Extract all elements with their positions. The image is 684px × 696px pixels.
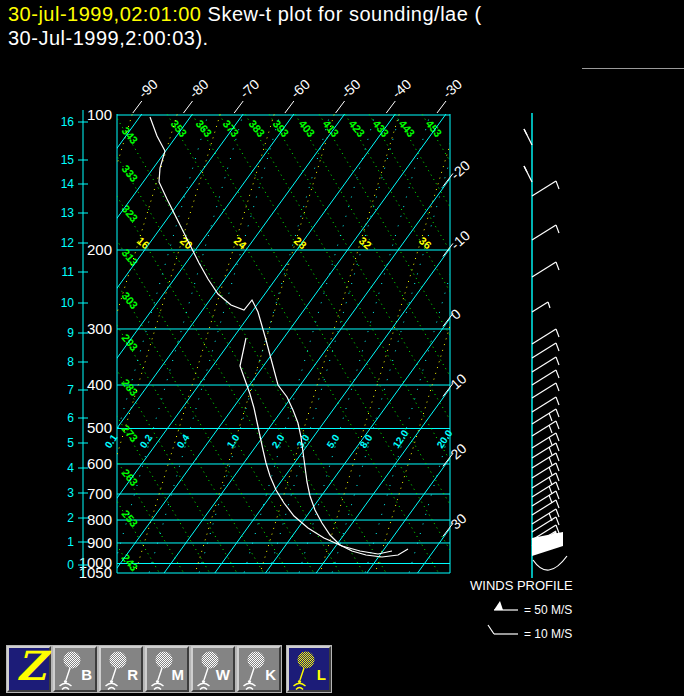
svg-text:1.0: 1.0 [225, 432, 242, 450]
temperature-trace [150, 117, 408, 557]
svg-text:1050: 1050 [79, 564, 112, 581]
pressure-grid [117, 114, 450, 573]
svg-text:-90: -90 [135, 76, 161, 102]
svg-text:393: 393 [270, 118, 291, 140]
svg-text:-20: -20 [447, 157, 473, 183]
svg-text:443: 443 [396, 118, 417, 140]
toolbar-button-w[interactable]: W [191, 646, 235, 692]
svg-text:-30: -30 [439, 76, 465, 102]
svg-text:15: 15 [61, 153, 75, 167]
svg-text:36: 36 [417, 234, 434, 251]
svg-text:353: 353 [168, 118, 189, 140]
svg-text:20: 20 [447, 440, 469, 462]
wind-barbs [524, 129, 567, 570]
toolbar-button-label: K [265, 666, 276, 683]
toolbar-button-label: R [127, 666, 138, 683]
svg-text:8: 8 [67, 355, 74, 369]
toolbar-button-r[interactable]: R [99, 646, 143, 692]
svg-text:363: 363 [193, 118, 214, 140]
svg-text:413: 413 [320, 118, 341, 140]
svg-text:403: 403 [296, 118, 317, 140]
svg-text:5.0: 5.0 [325, 432, 342, 450]
sounding-balloon-icon [292, 650, 318, 692]
svg-text:383: 383 [246, 118, 267, 140]
toolbar-button-label: L [317, 666, 326, 683]
svg-text:600: 600 [87, 455, 112, 472]
moist-adiabat-labels: 162024283236 [135, 234, 434, 252]
svg-text:-70: -70 [237, 76, 263, 102]
svg-text:0: 0 [67, 558, 74, 572]
svg-text:13: 13 [61, 206, 75, 220]
sounding-balloon-icon [104, 650, 130, 692]
svg-text:12: 12 [61, 236, 75, 250]
svg-text:433: 433 [370, 118, 391, 140]
svg-text:10: 10 [447, 370, 469, 392]
toolbar-button-m[interactable]: M [145, 646, 189, 692]
toolbar-button-l[interactable]: L [287, 646, 331, 692]
svg-text:32: 32 [357, 234, 374, 251]
isotherm-lines [0, 114, 684, 573]
sounding-balloon-icon [242, 650, 268, 692]
height-axis: 012345678910111213141516 [61, 110, 88, 577]
svg-text:243: 243 [119, 552, 140, 574]
svg-text:200: 200 [87, 241, 112, 258]
svg-text:4: 4 [67, 461, 74, 475]
mixing-ratio-lines [75, 110, 541, 580]
svg-text:400: 400 [87, 376, 112, 393]
toolbar-button-label: B [81, 666, 92, 683]
svg-text:900: 900 [87, 534, 112, 551]
svg-text:6: 6 [67, 411, 74, 425]
svg-text:-10: -10 [447, 227, 473, 253]
temperature-axis-labels: -90-80-70-60-50-40-30-20-100102030 [133, 76, 473, 537]
svg-text:WINDS PROFILE: WINDS PROFILE [470, 578, 573, 593]
svg-text:2: 2 [67, 511, 74, 525]
svg-text:30: 30 [447, 510, 469, 532]
skewt-canvas: 1002003004005006007008009001000105001234… [0, 0, 684, 696]
svg-text:323: 323 [119, 203, 140, 225]
svg-text:= 50 M/S: = 50 M/S [524, 603, 572, 617]
svg-text:1: 1 [67, 535, 74, 549]
svg-text:333: 333 [119, 163, 140, 185]
pressure-axis-labels: 10020030040050060070080090010001050 [79, 106, 112, 581]
svg-text:-50: -50 [338, 76, 364, 102]
svg-text:9: 9 [67, 326, 74, 340]
svg-text:700: 700 [87, 485, 112, 502]
toolbar-button-k[interactable]: K [237, 646, 281, 692]
svg-text:7: 7 [67, 383, 74, 397]
svg-text:3.0: 3.0 [295, 432, 312, 450]
svg-text:300: 300 [87, 320, 112, 337]
zeb-logo-icon: Z [11, 642, 51, 689]
toolbar-button-label: W [216, 666, 230, 683]
svg-text:5: 5 [67, 436, 74, 450]
svg-text:-40: -40 [389, 76, 415, 102]
toolbar: Z B R M W K L [0, 643, 684, 696]
svg-text:-60: -60 [287, 76, 313, 102]
svg-text:273: 273 [119, 423, 140, 445]
svg-text:0.4: 0.4 [175, 432, 192, 450]
sounding-balloon-icon [58, 650, 84, 692]
svg-text:100: 100 [87, 106, 112, 123]
toolbar-button-label: M [172, 666, 185, 683]
svg-text:800: 800 [87, 511, 112, 528]
svg-text:423: 423 [346, 118, 367, 140]
svg-text:283: 283 [119, 377, 140, 399]
svg-text:2.0: 2.0 [270, 432, 287, 450]
toolbar-button-b[interactable]: B [53, 646, 97, 692]
svg-text:-80: -80 [186, 76, 212, 102]
mixing-ratio-labels: 0.10.20.41.02.03.05.08.012.020.0 [103, 427, 455, 450]
svg-text:11: 11 [62, 265, 75, 279]
svg-text:10: 10 [61, 296, 75, 310]
svg-text:= 10 M/S: = 10 M/S [524, 627, 572, 641]
svg-text:3: 3 [67, 486, 74, 500]
svg-text:14: 14 [61, 177, 75, 191]
svg-text:16: 16 [61, 115, 75, 129]
toolbar-button-zeb[interactable]: Z [7, 646, 51, 692]
